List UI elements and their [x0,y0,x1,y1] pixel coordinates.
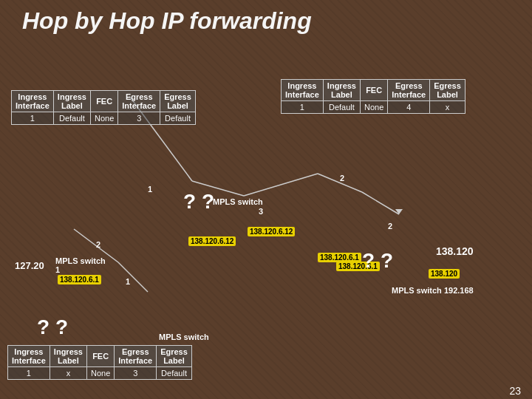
qmark-bottom: ? ? [37,316,68,339]
cell-1-5: Default [160,112,196,125]
ip-label-5: 138.120 [429,269,460,279]
cell-2-3: None [361,101,388,114]
col-ingress-lbl-3: IngressLabel [50,346,86,367]
col-egress-lbl-2: EgressLabel [430,80,466,101]
cell-1-1: 1 [12,112,54,125]
cell-2-4: 4 [388,101,430,114]
col-ingress-lbl-1: IngressLabel [53,91,90,112]
cell-1-3: None [91,112,118,125]
qmark-mid: ? ? [362,249,393,273]
mpls-switch-bottom: MPLS switch [159,332,209,341]
forwarding-table-2: IngressInterface IngressLabel FEC Egress… [281,79,466,114]
col-fec-1: FEC [91,91,118,112]
forwarding-table-1: IngressInterface IngressLabel FEC Egress… [11,90,196,125]
col-egress-lbl-3: EgressLabel [157,346,192,367]
page-title: Hop by Hop IP forwarding [0,0,532,38]
cell-1-4: 3 [118,112,160,125]
node-138-label: 138.120 [436,245,474,257]
cell-2-1: 1 [282,101,324,114]
col-ingress-if-1: IngressInterface [12,91,54,112]
cell-2-2: Default [323,101,360,114]
mpls-switch-top: MPLS switch [213,197,263,206]
col-fec-2: FEC [361,80,388,101]
cell-3-1: 1 [8,367,50,380]
main-content: IngressInterface IngressLabel FEC Egress… [0,38,532,399]
col-ingress-lbl-2: IngressLabel [323,80,360,101]
cell-2-5: x [430,101,466,114]
cell-3-5: Default [157,367,192,380]
col-egress-if-1: EgressInterface [118,91,160,112]
cell-1-2: Default [53,112,90,125]
mpls-switch-192: MPLS switch 192.168 [392,286,474,295]
col-fec-3: FEC [87,346,115,367]
mpls-switch-1: MPLS switch1 [55,256,106,274]
page-number: 23 [509,385,521,397]
col-egress-if-3: EgressInterface [115,346,157,367]
cell-3-4: 3 [115,367,157,380]
qmark-top: ? ? [183,190,214,214]
ip-label-2: 138.120.6.12 [248,227,295,236]
col-ingress-if-2: IngressInterface [282,80,324,101]
col-egress-if-2: EgressInterface [388,80,430,101]
cell-3-2: x [50,367,86,380]
col-ingress-if-3: IngressInterface [8,346,50,367]
node-127-label: 127.20 [15,260,44,271]
ip-label-6: 138.120.6.1 [58,275,101,284]
ip-label-1: 138.120.6.12 [188,236,236,246]
cell-3-3: None [87,367,115,380]
col-egress-lbl-1: EgressLabel [160,91,196,112]
forwarding-table-3: IngressInterface IngressLabel FEC Egress… [7,345,192,380]
